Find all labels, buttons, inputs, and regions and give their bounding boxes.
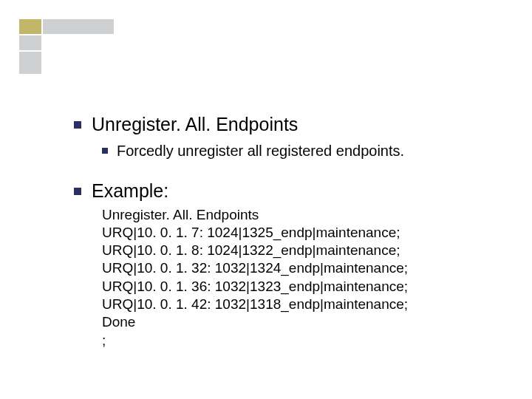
svg-rect-1 [43,19,114,34]
item-title: Unregister. All. Endpoints [92,113,298,136]
item-unregister: Unregister. All. Endpoints [74,113,502,136]
item-unregister-desc: Forcedly unregister all registered endpo… [102,142,502,160]
slide-content: Unregister. All. Endpoints Forcedly unre… [74,113,502,349]
square-bullet-icon [74,188,81,195]
square-bullet-icon [74,121,81,129]
svg-rect-2 [19,35,41,50]
svg-rect-0 [19,19,41,34]
example-line: ; [102,332,502,349]
example-code-block: Unregister. All. Endpoints URQ|10. 0. 1.… [102,206,502,350]
square-bullet-icon [102,148,108,154]
item-desc: Forcedly unregister all registered endpo… [117,142,404,160]
example-line: URQ|10. 0. 1. 42: 1032|1318_endp|mainten… [102,296,502,313]
example-line: URQ|10. 0. 1. 7: 1024|1325_endp|maintena… [102,224,502,242]
item-title: Example: [92,180,168,202]
example-line: Unregister. All. Endpoints [102,206,502,224]
example-line: URQ|10. 0. 1. 32: 1032|1324_endp|mainten… [102,259,502,277]
corner-decoration [19,19,115,75]
example-line: URQ|10. 0. 1. 8: 1024|1322_endp|maintena… [102,242,502,259]
example-line: Done [102,313,502,331]
item-example: Example: [74,180,502,202]
svg-rect-3 [19,52,41,74]
example-line: URQ|10. 0. 1. 36: 1032|1323_endp|mainten… [102,278,502,296]
